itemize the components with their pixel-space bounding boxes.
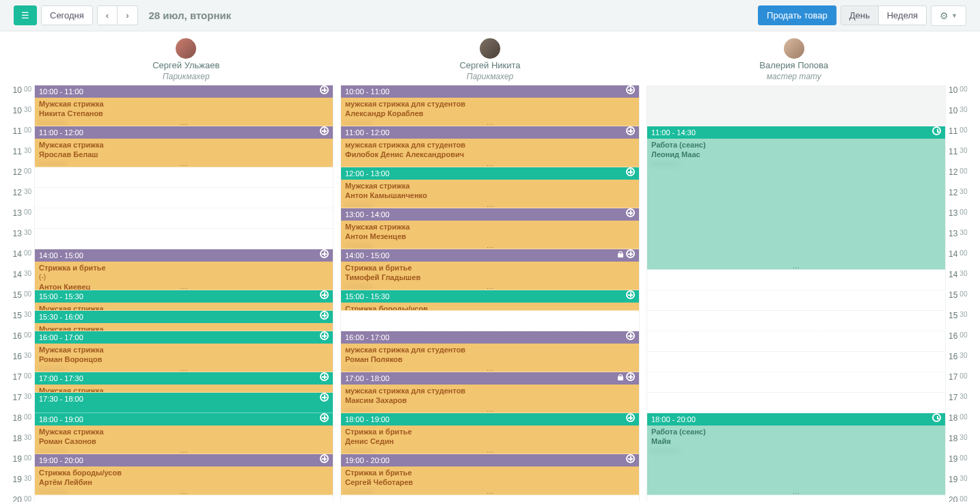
week-view-button[interactable]: Неделя (879, 5, 927, 25)
appointment-client: Никита Степанов (39, 109, 329, 118)
appointment[interactable]: 17:30 - 18:00 (35, 393, 333, 413)
appointment-service: мужская стрижка для студентов (345, 345, 635, 354)
plus-icon[interactable] (320, 413, 329, 422)
menu-icon: ☰ (21, 10, 29, 20)
appointment[interactable]: 12:00 - 13:00Мужская стрижкаАнтон Камыша… (341, 167, 639, 208)
plus-icon[interactable] (626, 372, 635, 381)
appointment[interactable]: 13:00 - 14:00Мужская стрижкаАнтон Мезенц… (341, 208, 639, 249)
appointment-header: 15:00 - 15:30 (341, 290, 639, 303)
plus-icon[interactable] (626, 85, 635, 94)
appointment-service: Мужская стрижка (39, 345, 329, 354)
plus-icon[interactable] (626, 413, 635, 422)
plus-icon[interactable] (320, 454, 329, 463)
appointment[interactable]: 15:00 - 15:30Стрижка бороды/усов (341, 290, 639, 311)
appointment[interactable]: 14:00 - 15:00Стрижка и бритьеТимофей Гла… (341, 249, 639, 290)
appointment-service: Стрижка и бритье (39, 263, 329, 273)
appointment-service: Мужская стрижка (39, 140, 329, 150)
plus-icon[interactable] (626, 331, 635, 340)
appointment[interactable]: 18:00 - 19:00Стрижка и бритьеДенис Седин… (341, 413, 639, 454)
appointment[interactable]: 15:30 - 16:00Мужская стрижка (35, 311, 333, 331)
appointment[interactable]: 16:00 - 17:00мужская стрижка для студент… (341, 331, 639, 372)
plus-icon[interactable] (626, 454, 635, 463)
appointment[interactable]: 15:00 - 15:30Мужская стрижка (35, 290, 333, 311)
staff-column[interactable]: 10:00 - 11:00Мужская стрижкаНикита Степа… (34, 85, 334, 502)
appointment-body: Стрижка бороды/усов (341, 303, 639, 311)
staff-column[interactable]: 10:00 - 11:00мужская стрижка для студент… (340, 85, 640, 502)
clock-icon[interactable] (932, 126, 941, 135)
appointment-header: 12:00 - 13:00 (341, 167, 639, 180)
plus-icon[interactable] (320, 393, 329, 402)
appointment-client: Филобок Денис Александрович (345, 150, 635, 159)
avatar (480, 38, 500, 59)
plus-icon[interactable] (320, 249, 329, 258)
sell-button[interactable]: Продать товар (758, 5, 836, 25)
appointment-client: Леонид Маас (651, 150, 941, 159)
staff-column[interactable]: 11:00 - 14:30Работа (сеанс)Леонид Маас——… (646, 85, 946, 502)
plus-icon[interactable] (626, 208, 635, 217)
plus-icon[interactable] (626, 126, 635, 135)
menu-button[interactable]: ☰ (14, 5, 37, 25)
appointment-service: Мужская стрижка (39, 99, 329, 109)
appointment[interactable]: 11:00 - 12:00мужская стрижка для студент… (341, 126, 639, 167)
clock-icon[interactable] (932, 413, 941, 422)
time-label: 12 30 (0, 188, 31, 208)
appointment-client: Роман Воронцов (39, 354, 329, 364)
today-button[interactable]: Сегодня (41, 5, 93, 25)
plus-icon[interactable] (320, 331, 329, 340)
plus-icon[interactable] (320, 85, 329, 94)
next-button[interactable]: › (118, 5, 137, 25)
staff-name-link[interactable]: Валерия Попова (759, 60, 828, 70)
view-group: День Неделя (841, 5, 927, 25)
appointment[interactable]: 17:00 - 18:00мужская стрижка для студент… (341, 372, 639, 413)
plus-icon[interactable] (626, 249, 635, 258)
prev-button[interactable]: ‹ (97, 5, 118, 25)
plus-icon[interactable] (320, 311, 329, 320)
appointment-header: 10:00 - 11:00 (35, 85, 333, 98)
appointment-header: 13:00 - 14:00 (341, 208, 639, 221)
appointment-body: Мужская стрижка (35, 323, 333, 331)
staff-cell[interactable]: Сергей Никита Парикмахер (338, 38, 642, 81)
plus-icon[interactable] (626, 290, 635, 299)
appointment[interactable]: 19:00 - 20:00Стрижка и бритьеСергей Чебо… (341, 454, 639, 495)
avatar (784, 38, 804, 59)
appointment-service: Мужская стрижка (39, 386, 329, 393)
more-indicator: … (35, 161, 333, 165)
appointment-header: 19:00 - 20:00 (341, 454, 639, 466)
plus-icon[interactable] (320, 290, 329, 299)
time-label: 13 30 (0, 229, 31, 249)
appointment-service: Мужская стрижка (39, 427, 329, 436)
time-label: 17 00 (0, 372, 31, 393)
staff-cell[interactable]: Валерия Попова мастер тату (642, 38, 946, 81)
appointment[interactable]: 18:00 - 19:00Мужская стрижкаРоман Сазоно… (35, 413, 333, 454)
time-axis-right: 10 0010 3011 0011 3012 0012 3013 0013 30… (946, 85, 980, 502)
appointment-header: 18:00 - 19:00 (35, 413, 333, 426)
time-label: 18 00 (949, 413, 980, 434)
appointment-header: 16:00 - 17:00 (341, 331, 639, 344)
appointment[interactable]: 10:00 - 11:00мужская стрижка для студент… (341, 85, 639, 126)
staff-name-link[interactable]: Сергей Никита (459, 60, 520, 70)
time-label: 15 30 (0, 311, 31, 331)
staff-name-link[interactable]: Сергей Ульжаев (152, 60, 219, 70)
appointment-time: 10:00 - 11:00 (345, 85, 390, 98)
appointment[interactable]: 18:00 - 20:00Работа (сеанс)Майя————… (647, 413, 945, 495)
time-label: 19 30 (0, 475, 31, 495)
appointment[interactable]: 19:00 - 20:00Стрижка бороды/усовАртём Ле… (35, 454, 333, 495)
plus-icon[interactable] (320, 372, 329, 381)
day-view-button[interactable]: День (841, 5, 879, 25)
staff-cell[interactable]: Сергей Ульжаев Парикмахер (34, 38, 338, 81)
plus-icon[interactable] (320, 126, 329, 135)
appointment-body: мужская стрижка для студентовФилобок Ден… (341, 139, 639, 161)
time-label: 11 00 (0, 126, 31, 147)
appointment[interactable]: 14:00 - 15:00Стрижка и бритье(-)Антон Ки… (35, 249, 333, 290)
appointment-client: Артём Лейбин (39, 477, 329, 487)
appointment-service: Работа (сеанс) (651, 427, 941, 436)
appointment[interactable]: 11:00 - 12:00Мужская стрижкаЯрослав Бела… (35, 126, 333, 167)
appointment[interactable]: 10:00 - 11:00Мужская стрижкаНикита Степа… (35, 85, 333, 126)
toolbar: ☰ Сегодня ‹ › 28 июл, вторник Продать то… (0, 0, 980, 31)
appointment[interactable]: 11:00 - 14:30Работа (сеанс)Леонид Маас——… (647, 126, 945, 270)
appointment[interactable]: 17:00 - 17:30Мужская стрижка (35, 372, 333, 393)
appointment-service: Мужская стрижка (39, 304, 329, 311)
plus-icon[interactable] (626, 167, 635, 176)
settings-button[interactable]: ⚙▼ (931, 5, 966, 26)
appointment[interactable]: 16:00 - 17:00Мужская стрижкаРоман Воронц… (35, 331, 333, 372)
